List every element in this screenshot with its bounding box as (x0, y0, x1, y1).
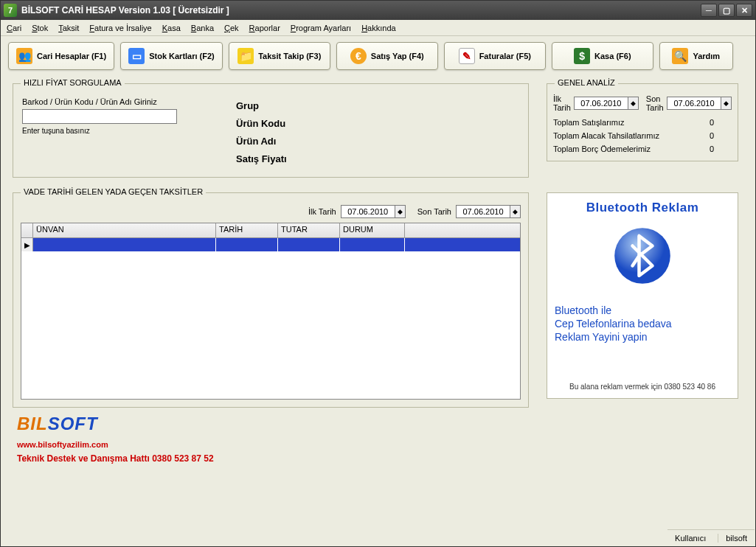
son-tarih-label: Son Tarih (646, 94, 664, 112)
faturalar-button[interactable]: ✎Faturalar (F5) (444, 42, 546, 70)
stat-label: Toplam Borç Ödemelerimiz (553, 144, 651, 153)
bilsoft-logo: BILSOFT (17, 414, 739, 434)
menu-hakkinda[interactable]: Hakkında (361, 24, 395, 32)
menu-kasa[interactable]: Kasa (162, 24, 181, 32)
statusbar: Kullanıcı bilsoft (667, 529, 755, 546)
btn-label: Faturalar (F5) (479, 52, 531, 60)
stat-value: 0 (710, 131, 732, 140)
bluetooth-icon (609, 223, 676, 289)
maximize-button[interactable]: ▢ (718, 4, 735, 17)
money-icon: $ (574, 48, 590, 64)
btn-label: Kasa (F6) (594, 52, 631, 60)
label-ad: Ürün Adı (236, 133, 287, 150)
menu-taksit[interactable]: Taksit (58, 24, 79, 32)
document-icon: ✎ (459, 48, 475, 64)
euro-icon: € (350, 48, 367, 64)
col-tarih[interactable]: TARİH (216, 223, 278, 237)
ilk-tarih-input[interactable] (574, 97, 628, 110)
help-icon: 🔍 (672, 48, 688, 64)
user-label: Kullanıcı (675, 534, 706, 543)
ad-line: Bluetooth ile (555, 304, 730, 317)
card-icon: ▭ (128, 48, 145, 64)
date-spinner[interactable]: ◆ (721, 97, 732, 110)
btn-label: Stok Kartları (F2) (149, 52, 215, 60)
folder-icon: 📁 (237, 48, 254, 64)
btn-label: Taksit Takip (F3) (258, 52, 321, 60)
label-grup: Grup (236, 97, 287, 115)
titlebar: 7 BİLSOFT CARİ HESAP Version 1.03 [ Ücre… (1, 1, 755, 20)
ilk-tarih-label: İlk Tarih (553, 94, 571, 112)
menu-fatura[interactable]: Fatura ve İrsaliye (89, 24, 151, 32)
menu-banka[interactable]: Banka (191, 24, 214, 32)
inst-son-tarih-input[interactable] (456, 205, 510, 218)
price-lookup-group: HIZLI FİYAT SORGULAMA Barkod / Ürün Kodu… (13, 83, 529, 178)
stat-value: 0 (710, 144, 732, 153)
user-name: bilsoft (718, 534, 747, 543)
menu-raporlar[interactable]: Raporlar (249, 24, 280, 32)
stok-kartlari-button[interactable]: ▭Stok Kartları (F2) (120, 42, 223, 70)
stat-value: 0 (710, 118, 732, 127)
col-tutar[interactable]: TUTAR (278, 223, 340, 237)
website-link[interactable]: www.bilsoftyazilim.com (17, 440, 739, 449)
input-hint: Enter tuşuna basınız (22, 127, 199, 135)
ilk-tarih-label: İlk Tarih (308, 207, 336, 216)
inst-ilk-tarih-input[interactable] (341, 205, 395, 218)
taksit-takip-button[interactable]: 📁Taksit Takip (F3) (229, 42, 330, 70)
group-legend: GENEL ANALİZ (555, 78, 618, 87)
ad-panel: Bluetooth Reklam Bluetooth ile Cep Telef… (547, 192, 738, 399)
ad-line: Reklam Yayini yapin (555, 330, 730, 344)
toolbar: 👥Cari Hesaplar (F1) ▭Stok Kartları (F2) … (1, 36, 755, 76)
ad-title: Bluetooth Reklam (586, 201, 699, 215)
row-indicator-header (21, 223, 33, 237)
input-label: Barkod / Ürün Kodu / Ürün Adı Giriniz (22, 97, 199, 106)
window-title: BİLSOFT CARİ HESAP Version 1.03 [ Ücrets… (21, 5, 229, 15)
son-tarih-label: Son Tarih (417, 207, 451, 216)
label-fiyat: Satış Fiyatı (236, 150, 287, 168)
installments-grid[interactable]: ÜNVAN TARİH TUTAR DURUM ▶ (21, 223, 521, 400)
stat-label: Toplam Alacak Tahsilatlarımız (553, 131, 659, 140)
yardim-button[interactable]: 🔍Yardım (659, 42, 733, 70)
date-spinner[interactable]: ◆ (395, 205, 406, 218)
row-indicator-icon: ▶ (21, 238, 33, 251)
label-kod: Ürün Kodu (236, 115, 287, 133)
ad-line: Cep Telefonlarina bedava (555, 317, 730, 330)
menu-cek[interactable]: Çek (224, 24, 239, 32)
btn-label: Cari Hesaplar (F1) (37, 52, 106, 60)
menu-ayarlar[interactable]: Program Ayarları (291, 24, 351, 32)
people-icon: 👥 (16, 48, 32, 64)
col-durum[interactable]: DURUM (340, 223, 405, 237)
support-text: Teknik Destek ve Danışma Hattı 0380 523 … (17, 453, 739, 464)
kasa-button[interactable]: $Kasa (F6) (552, 42, 653, 70)
btn-label: Yardım (693, 52, 720, 60)
close-button[interactable]: ✕ (736, 4, 752, 17)
col-unvan[interactable]: ÜNVAN (33, 223, 216, 237)
ad-footer: Bu alana reklam vermek için 0380 523 40 … (569, 383, 715, 391)
app-icon: 7 (4, 4, 17, 17)
footer: BILSOFT www.bilsoftyazilim.com Teknik De… (1, 408, 755, 464)
stat-label: Toplam Satışlarımız (553, 118, 625, 127)
satis-yap-button[interactable]: €Satış Yap (F4) (336, 42, 438, 70)
minimize-button[interactable]: ─ (701, 4, 717, 17)
date-spinner[interactable]: ◆ (510, 205, 521, 218)
installments-group: VADE TARİHİ GELEN YADA GEÇEN TAKSİTLER İ… (13, 192, 529, 408)
group-legend: VADE TARİHİ GELEN YADA GEÇEN TAKSİTLER (21, 187, 206, 196)
btn-label: Satış Yap (F4) (371, 52, 424, 60)
barkod-input[interactable] (22, 109, 177, 124)
menubar: Cari Stok Taksit Fatura ve İrsaliye Kasa… (1, 20, 755, 36)
menu-cari[interactable]: Cari (7, 24, 21, 32)
analysis-group: GENEL ANALİZ İlk Tarih ◆ Son Tarih ◆ Top… (547, 83, 738, 161)
son-tarih-input[interactable] (667, 97, 721, 110)
table-row[interactable]: ▶ (21, 238, 520, 251)
menu-stok[interactable]: Stok (32, 24, 48, 32)
cari-hesaplar-button[interactable]: 👥Cari Hesaplar (F1) (8, 42, 114, 70)
date-spinner[interactable]: ◆ (628, 97, 639, 110)
group-legend: HIZLI FİYAT SORGULAMA (21, 78, 125, 87)
